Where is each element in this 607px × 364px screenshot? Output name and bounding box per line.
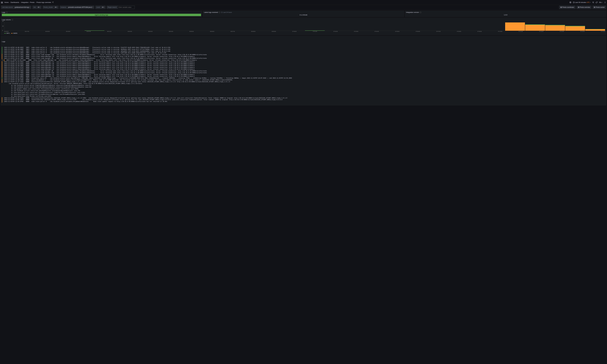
collapse-icon[interactable]	[604, 1, 606, 3]
legend-warn[interactable]: WARN	[11, 33, 17, 34]
log-line[interactable]: ›2023-11-01T07:12:26.015ZWARNContinuousT…	[2, 97, 605, 99]
panel-title: Logs	[2, 11, 5, 13]
var-job[interactable]: Job All▾	[32, 6, 41, 9]
expand-icon[interactable]: ›	[3, 97, 3, 99]
link-worker[interactable]: Presto worker	[593, 6, 606, 9]
info-icon[interactable]: i	[6, 12, 8, 13]
svg-line-3	[53, 2, 53, 2]
expand-icon[interactable]: ›	[3, 61, 3, 63]
crumb-current[interactable]: Presto logs overview	[36, 1, 51, 3]
info-icon[interactable]: i	[219, 12, 220, 13]
expand-icon[interactable]: ›	[3, 70, 3, 72]
log-line[interactable]: ›2023-11-01T07:13:19.565ZWARNhttp-client…	[2, 61, 605, 63]
log-line[interactable]: ›2023-11-01T07:13:21.788ZWARNhttp-client…	[2, 57, 605, 59]
svg-rect-10	[560, 7, 561, 7]
log-line[interactable]: ›2023-11-01T07:12:05.207ZWARNTaskInfoFet…	[2, 99, 605, 101]
log-line[interactable]: ›2023-11-01T07:13:18.396ZWARNhttp-client…	[2, 65, 605, 66]
expand-icon[interactable]: ›	[3, 74, 3, 76]
expand-icon[interactable]: ›	[3, 49, 3, 50]
log-line[interactable]: com.facebook.presto.server.ServiceUnavai…	[2, 83, 605, 85]
log-line[interactable]: ›2023-11-01T07:12:48.530ZWARNquery-manag…	[2, 79, 605, 81]
svg-point-0	[53, 1, 53, 2]
log-line[interactable]: at java.base/java.util.concurrent.Thread…	[2, 93, 605, 95]
expand-icon[interactable]: ›	[3, 72, 3, 74]
log-line[interactable]: ›2023-11-01T07:13:21.795ZWARNhttp-client…	[2, 54, 605, 56]
info-icon[interactable]: i	[420, 12, 421, 13]
expand-icon[interactable]: ›	[3, 81, 3, 83]
panel-version: Integration version i 1.0.0	[405, 11, 606, 17]
expand-icon[interactable]: ›	[3, 50, 3, 52]
log-line[interactable]: ›2023-11-01T07:13:16.708ZWARNhttp-client…	[2, 72, 605, 74]
expand-icon[interactable]: ›	[3, 47, 3, 49]
regex-search-input[interactable]	[118, 6, 135, 9]
logs-volume-chart[interactable]: 20 10 0	[4, 21, 605, 31]
menu-icon[interactable]	[1, 1, 3, 3]
time-range-label: Last 30 minutes	[575, 1, 586, 3]
expand-icon[interactable]: ›	[3, 56, 3, 57]
link-overview[interactable]: Presto overview	[577, 6, 592, 9]
log-line[interactable]: ›2023-11-01T07:13:22.100ZINFOnode-state-…	[2, 52, 605, 54]
log-line[interactable]: ›2023-11-01T07:13:17.371ZWARNhttp-client…	[2, 68, 605, 70]
log-line[interactable]: at com.facebook.airlift.concurrent.Bound…	[2, 90, 605, 92]
expand-icon[interactable]: ›	[3, 54, 3, 56]
log-line[interactable]: at java.base/java.lang.Thread.run(Thread…	[2, 95, 605, 97]
settings-icon[interactable]	[569, 1, 571, 3]
time-range-picker[interactable]: Last 30 minutes UTC ▾	[573, 1, 591, 3]
svg-rect-20	[595, 7, 595, 8]
crumb-dashboards[interactable]: Dashboards	[11, 1, 19, 3]
log-line[interactable]: at com.google.common.util.concurrent.Fut…	[2, 88, 605, 90]
log-line[interactable]: ›2023-11-01T07:13:15.408ZWARNhttp-client…	[2, 76, 605, 77]
svg-rect-19	[595, 7, 595, 7]
refresh-interval-label: 30s	[599, 1, 602, 3]
svg-rect-16	[579, 7, 579, 8]
expand-icon[interactable]: ›	[3, 79, 3, 81]
link-coordinator[interactable]: Presto coordinator	[559, 6, 576, 9]
log-line[interactable]: ›2023-11-01T07:13:16.709ZWARNhttp-client…	[2, 70, 605, 72]
log-line[interactable]: ›2023-11-01T07:13:17.371ZWARNhttp-client…	[2, 66, 605, 68]
share-icon[interactable]	[52, 1, 54, 3]
log-line[interactable]: at com.facebook.presto.server.SimpleHttp…	[2, 86, 605, 88]
expand-icon[interactable]: ›	[3, 66, 3, 68]
var-loki[interactable]: Loki data source grafanacloud-k3d-logs▾	[1, 6, 31, 9]
expand-icon[interactable]: ›	[3, 68, 3, 70]
expand-icon[interactable]: ›	[5, 59, 6, 61]
expand-icon[interactable]: ›	[3, 101, 3, 103]
expand-icon[interactable]: ›	[3, 99, 3, 101]
panel-logs-list: Logs ›2023-11-01T07:14:08.093ZINFOnode-s…	[1, 36, 606, 105]
log-line[interactable]: ›2023-11-01T07:12:27.323ZWARNContinuousT…	[2, 81, 605, 83]
var-cluster[interactable]: Presto_cluster All▾	[42, 6, 59, 9]
log-line[interactable]: ›2023-11-01T07:14:08.088ZINFOnode-state-…	[2, 49, 605, 50]
var-instance[interactable]: Instance prestodb-coordinator-8f7f7cfb8-…	[60, 6, 94, 9]
expand-icon[interactable]: ›	[3, 76, 3, 77]
log-line[interactable]: ›2023-11-01T07:13:21.794ZWARNhttp-client…	[2, 56, 605, 57]
log-line[interactable]: ›2023-11-01T07:13:15.459ZWARNhttp-client…	[2, 74, 605, 76]
log-line[interactable]: ›2023-11-01T07:13:01.079ZINFOdispatcher-…	[2, 77, 605, 79]
log-line[interactable]: ›2023-11-01T07:12:03.870ZWARNnode-state-…	[2, 101, 605, 103]
panel-logs-volume: Logs volume i 20 10 0 06:46:0006:47:0006…	[1, 18, 606, 35]
refresh-interval-picker[interactable]: 30s▾	[599, 1, 603, 3]
refresh-icon[interactable]	[595, 1, 597, 3]
log-line[interactable]: ›2023-11-01T07:14:08.093ZINFOnode-state-…	[2, 47, 605, 49]
log-line[interactable]: at com.facebook.presto.server.SimpleHttp…	[2, 85, 605, 86]
zoom-out-icon[interactable]	[592, 1, 594, 3]
legend-info[interactable]: INFO	[4, 33, 10, 34]
svg-rect-13	[560, 7, 561, 8]
log-line[interactable]: ›2023-11-01T07:13:19.563ZWARNhttp-client…	[2, 63, 605, 65]
expand-icon[interactable]: ›	[3, 77, 3, 79]
svg-point-5	[570, 2, 571, 3]
log-line[interactable]: ›2023-11-01T07:13:23.124ZINFOnode-state-…	[2, 50, 605, 52]
expand-icon[interactable]: ›	[3, 65, 3, 66]
expand-icon[interactable]: ›	[3, 57, 3, 59]
crumb-integration[interactable]: Integration - Presto	[21, 1, 35, 3]
log-line[interactable]: 2x›2023-11-01T07:13:20.624ZWARNhttp-clie…	[2, 59, 605, 61]
latest-logs-value: in a minute	[204, 14, 403, 16]
var-level[interactable]: Level All▾	[95, 6, 106, 9]
panel-title: Latest logs received	[204, 11, 218, 13]
expand-icon[interactable]: ›	[3, 63, 3, 65]
crumb-home[interactable]: Home	[4, 1, 9, 3]
svg-line-8	[594, 3, 594, 3]
info-icon[interactable]: i	[12, 19, 13, 21]
panel-title: Logs volume	[2, 19, 11, 21]
expand-icon[interactable]: ›	[3, 52, 3, 54]
log-line[interactable]: at java.base/java.util.concurrent.Thread…	[2, 92, 605, 93]
